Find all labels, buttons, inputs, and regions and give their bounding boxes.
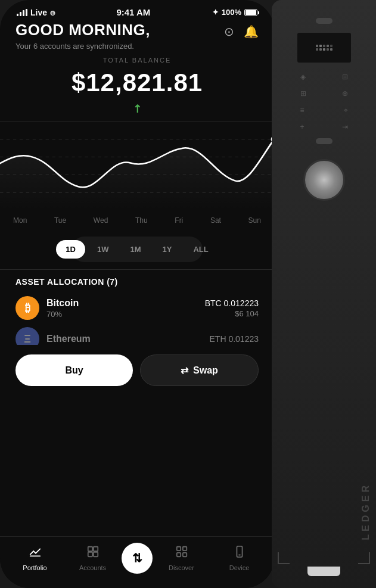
status-bar: Live ⌾ 9:41 AM ✦ 100% [0,0,274,21]
subtitle: Your 6 accounts are synchronized. [15,42,150,51]
ledger-up-button[interactable] [316,18,333,24]
main-content: GOOD MORNING, Your 6 accounts are synchr… [0,21,274,115]
asset-usd-value: $6 104 [205,309,259,318]
day-mon: Mon [13,216,27,225]
eth-right: ETH 0.01223 [210,334,259,344]
balance-label: TOTAL BALANCE [13,57,261,64]
greeting: GOOD MORNING, [15,21,150,39]
asset-name: Bitcoin [46,298,79,309]
eth-left: Ξ Ethereum [15,327,91,345]
day-wed: Wed [94,216,108,225]
device-icon [233,545,246,561]
transfer-icon: ⇅ [132,551,142,565]
day-thu: Thu [135,216,148,225]
time-axis: Mon Tue Wed Thu Fri Sat Sun [0,210,274,231]
asset-peek-inner: Ξ Ethereum ETH 0.01223 [13,327,261,345]
balance-amount: $12,821.81 [13,69,261,97]
nav-discover[interactable]: Discover [153,545,210,571]
battery-label: 100% [222,8,241,17]
bottom-nav: Portfolio Accounts ⇅ [0,536,274,588]
period-1w[interactable]: 1W [88,240,119,259]
swap-label: Swap [193,365,218,376]
bitcoin-icon: ₿ [15,296,39,320]
swap-icon: ⇄ [181,365,188,376]
signal-bars [17,9,27,16]
ledger-bracket-bl [278,552,290,564]
svg-rect-6 [88,547,92,551]
wifi-icon: ⌾ [50,8,55,17]
day-sun: Sun [248,216,261,225]
phone-container: Live ⌾ 9:41 AM ✦ 100% GOOD MORNING, Your… [0,0,274,588]
carrier-label: Live [30,8,47,17]
chart-icon[interactable]: ⊙ [224,24,234,39]
eth-amount: ETH 0.01223 [210,334,259,344]
ledger-wheel[interactable] [303,159,345,201]
period-selector: 1D 1W 1M 1Y ALL [72,237,203,262]
accounts-icon [86,545,100,561]
period-1d[interactable]: 1D [56,240,85,259]
header: GOOD MORNING, Your 6 accounts are synchr… [13,21,261,51]
device-label: Device [229,564,250,571]
svg-rect-8 [93,547,97,551]
swap-button[interactable]: ⇄ Swap [140,354,259,386]
period-all[interactable]: ALL [184,240,217,259]
ledger-icons-row4: + ⇥ [300,122,348,132]
svg-rect-12 [176,553,180,556]
bell-icon[interactable]: 🔔 [244,24,259,39]
ledger-down-button[interactable] [316,138,333,144]
discover-icon [175,545,188,561]
accounts-label: Accounts [79,564,106,571]
ledger-device: ◈ ⊟ ⊞ ⊕ ≡ ⌖ + ⇥ LEDGER [272,0,376,588]
buy-button[interactable]: Buy [15,354,133,386]
balance-arrow-icon: ↗ [129,101,145,116]
balance-change: ↗ [13,102,261,115]
asset-btc-amount: BTC 0.012223 [205,298,259,308]
eth-name: Ethereum [46,334,91,344]
battery-indicator [244,9,257,16]
ledger-icons-row3: ≡ ⌖ [300,105,348,116]
portfolio-label: Portfolio [23,564,46,571]
chart-container [0,121,274,210]
portfolio-icon [29,545,42,561]
period-1y[interactable]: 1Y [153,240,182,259]
nav-accounts[interactable]: Accounts [64,545,122,571]
status-left: Live ⌾ [17,8,55,17]
asset-item-bitcoin[interactable]: ₿ Bitcoin 70% BTC 0.012223 $6 104 [13,296,261,320]
action-buttons: Buy ⇄ Swap [13,345,261,392]
time-label: 9:41 AM [116,7,150,17]
ledger-brand-text: LEDGER [361,483,371,540]
nav-device[interactable]: Device [210,545,268,571]
period-1m[interactable]: 1M [120,240,150,259]
bluetooth-icon: ✦ [212,8,219,17]
balance-section: TOTAL BALANCE $12,821.81 ↗ [13,57,261,115]
ledger-screen [297,33,351,63]
day-tue: Tue [54,216,66,225]
asset-section: ASSET ALLOCATION (7) ₿ Bitcoin 70% BTC 0… [0,277,274,392]
day-fri: Fri [175,216,183,225]
asset-percent: 70% [46,310,79,319]
status-right: ✦ 100% [212,8,257,17]
asset-info: Bitcoin 70% [46,298,79,319]
asset-item-eth: Ξ Ethereum ETH 0.01223 [13,327,261,345]
discover-label: Discover [169,564,194,571]
asset-peek: Ξ Ethereum ETH 0.01223 [13,327,261,345]
asset-allocation-title: ASSET ALLOCATION (7) [13,277,261,287]
ledger-screen-content [313,42,335,53]
divider [0,269,274,270]
day-sat: Sat [210,216,221,225]
ledger-icons-row2: ⊞ ⊕ [300,88,348,99]
svg-rect-11 [182,547,186,550]
ledger-bracket-br [358,552,370,564]
asset-left: ₿ Bitcoin 70% [15,296,79,320]
price-chart [0,122,274,210]
svg-rect-9 [93,552,97,556]
eth-info: Ethereum [46,334,91,344]
nav-center-button[interactable]: ⇅ [122,543,153,574]
svg-rect-13 [182,553,186,556]
ledger-usb-connector [307,567,340,576]
svg-rect-14 [237,546,242,557]
eth-icon: Ξ [15,327,39,345]
svg-rect-7 [88,552,92,556]
nav-portfolio[interactable]: Portfolio [6,545,64,571]
ledger-icons-row1: ◈ ⊟ [300,71,348,82]
